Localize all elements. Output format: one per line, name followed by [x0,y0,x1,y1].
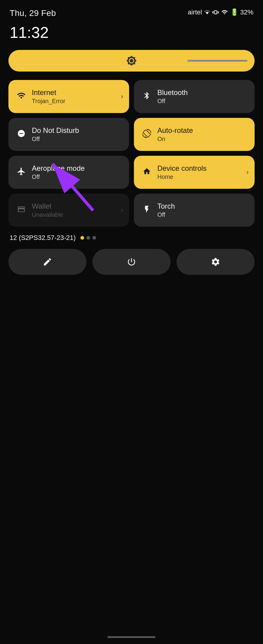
device-controls-label: Device controls [157,164,207,173]
wifi-status-icon [221,9,228,16]
wallet-chevron: › [121,206,123,214]
aeroplane-tile-text: Aeroplane mode Off [32,164,85,180]
internet-sublabel: Trojan_Error [32,98,65,105]
dnd-tile-text: Do Not Disturb Off [32,126,79,143]
torch-icon [141,205,153,216]
torch-tile-text: Torch Off [157,202,175,218]
page-dots [80,236,96,240]
brightness-row[interactable] [8,50,255,72]
torch-sublabel: Off [157,211,175,218]
status-bar: Thu, 29 Feb airtel 🔋 32% [0,0,263,21]
brightness-track[interactable] [187,60,247,62]
dnd-label: Do Not Disturb [32,126,79,135]
wifi-icon [16,91,27,102]
airplane-icon [16,167,27,178]
carrier-label: airtel [188,8,202,16]
tiles-grid: Internet Trojan_Error › Bluetooth Off [8,80,255,227]
tile-auto-rotate[interactable]: Auto-rotate On [134,118,255,151]
tile-device-controls[interactable]: Device controls Home › [134,156,255,189]
tile-torch[interactable]: Torch Off [134,194,255,227]
edit-button[interactable] [8,249,86,275]
aeroplane-sublabel: Off [32,173,85,180]
aeroplane-label: Aeroplane mode [32,164,85,173]
internet-label: Internet [32,88,65,97]
power-icon [127,257,136,267]
dot-3 [92,236,96,240]
page-indicator-row: 12 (S2PS32.57-23-21) [0,227,263,242]
status-right-icons: airtel 🔋 32% [188,8,253,16]
tile-bluetooth[interactable]: Bluetooth Off [134,80,255,113]
battery-icon: 🔋 [230,8,238,16]
bluetooth-sublabel: Off [157,98,188,105]
wallet-icon [16,205,27,216]
status-time: 11:32 [0,21,263,41]
internet-chevron: › [121,93,123,100]
torch-label: Torch [157,202,175,211]
dnd-icon [16,129,27,140]
tile-wallet[interactable]: Wallet Unavailable › [8,194,129,227]
gear-icon [211,257,220,267]
vibration-icon [212,9,219,16]
brightness-icon [126,55,137,66]
auto-rotate-icon [141,129,153,140]
dot-2 [86,236,90,240]
device-controls-sublabel: Home [157,173,207,180]
brightness-slider[interactable] [8,50,255,72]
tile-aeroplane[interactable]: Aeroplane mode Off [8,156,129,189]
auto-rotate-tile-text: Auto-rotate On [157,126,193,143]
device-controls-tile-text: Device controls Home [157,164,207,180]
page-version: 12 (S2PS32.57-23-21) [10,234,76,242]
signal-icon [204,9,210,16]
auto-rotate-sublabel: On [157,136,193,143]
dnd-sublabel: Off [32,136,79,143]
android-quick-settings: Thu, 29 Feb airtel 🔋 32% 11:32 [0,0,263,644]
battery-level: 32% [240,8,253,16]
bluetooth-icon [141,91,153,102]
tile-internet[interactable]: Internet Trojan_Error › [8,80,129,113]
auto-rotate-label: Auto-rotate [157,126,193,135]
settings-button[interactable] [177,249,255,275]
status-date: Thu, 29 Feb [10,8,56,18]
bluetooth-tile-text: Bluetooth Off [157,88,188,105]
power-button[interactable] [92,249,171,275]
wallet-tile-text: Wallet Unavailable [32,202,63,218]
dot-1 [80,236,84,240]
tile-do-not-disturb[interactable]: Do Not Disturb Off [8,118,129,151]
bottom-actions [8,249,255,275]
internet-tile-text: Internet Trojan_Error [32,88,65,105]
home-icon [141,167,153,178]
bluetooth-label: Bluetooth [157,88,188,97]
wallet-label: Wallet [32,202,63,211]
pencil-icon [43,257,52,267]
wallet-sublabel: Unavailable [32,211,63,218]
home-indicator [107,636,156,638]
device-controls-chevron: › [246,168,249,176]
